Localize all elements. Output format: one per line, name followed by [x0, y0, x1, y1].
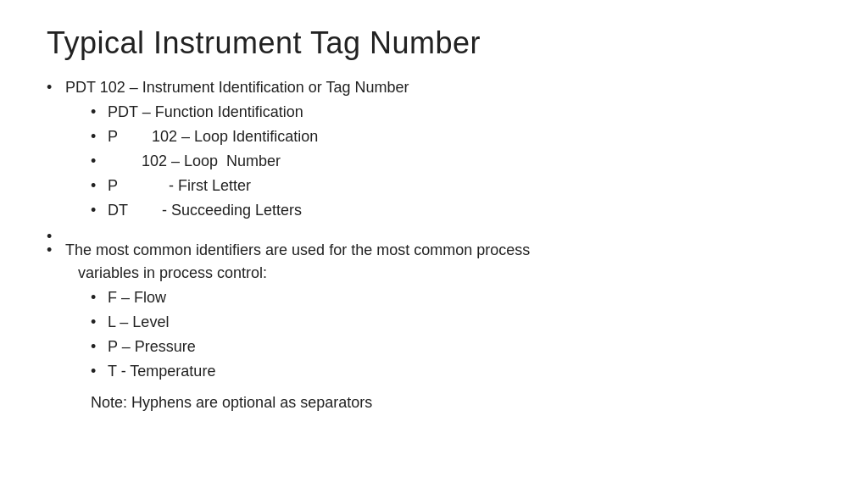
sub-item-1-5-text: DT- Succeeding Letters	[108, 202, 302, 219]
sub-item-1-1-text: PDT – Function Identification	[108, 103, 303, 120]
sub-item-1-3: 102 – Loop Number	[91, 150, 821, 173]
sub-item-2-1-text: F – Flow	[108, 289, 166, 306]
slide: Typical Instrument Tag Number PDT 102 – …	[0, 0, 868, 488]
sub-item-2-4: T - Temperature	[91, 360, 821, 383]
sub-item-2-2: L – Level	[91, 311, 821, 334]
sub-item-1-4: P- First Letter	[91, 175, 821, 197]
sub-list-2: F – Flow L – Level P – Pressure T - Temp…	[65, 286, 821, 383]
list-item-2-text: The most common identifiers are used for…	[65, 241, 530, 281]
sub-list-1: PDT – Function Identification P102 – Loo…	[65, 101, 821, 222]
sub-item-1-2-text: P102 – Loop Identification	[108, 128, 318, 145]
slide-title: Typical Instrument Tag Number	[47, 25, 821, 61]
sub-item-2-3: P – Pressure	[91, 336, 821, 358]
sub-item-2-1: F – Flow	[91, 286, 821, 309]
sub-item-1-4-text: P- First Letter	[108, 177, 251, 194]
sub-item-1-1: PDT – Function Identification	[91, 101, 821, 124]
sub-item-1-5: DT- Succeeding Letters	[91, 199, 821, 222]
slide-content: PDT 102 – Instrument Identification or T…	[47, 76, 821, 418]
list-item-2: The most common identifiers are used for…	[47, 239, 821, 414]
main-list: PDT 102 – Instrument Identification or T…	[47, 76, 821, 414]
sub-item-2-2-text: L – Level	[108, 313, 169, 330]
sub-item-2-3-text: P – Pressure	[108, 338, 196, 355]
list-item-1: PDT 102 – Instrument Identification or T…	[47, 76, 821, 222]
sub-item-1-3-text: 102 – Loop Number	[108, 152, 281, 169]
list-item-1-text: PDT 102 – Instrument Identification or T…	[65, 79, 409, 96]
note-text: Note: Hyphens are optional as separators	[91, 391, 821, 414]
sub-item-2-4-text: T - Temperature	[108, 363, 215, 380]
sub-item-1-2: P102 – Loop Identification	[91, 125, 821, 148]
